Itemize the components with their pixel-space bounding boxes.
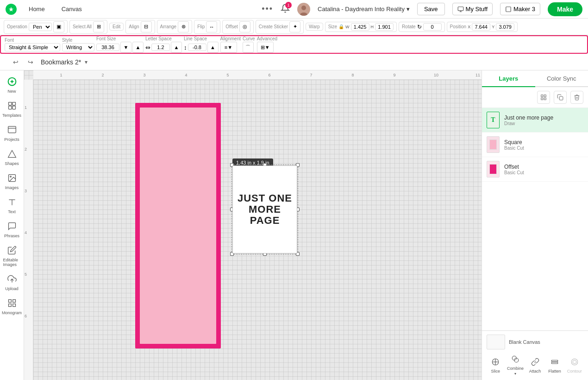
slice-tool[interactable]: Slice — [487, 358, 504, 374]
notification-button[interactable]: 1 — [281, 4, 290, 14]
sidebar-item-monogram-label: Monogram — [2, 310, 22, 315]
text-element[interactable]: JUST ONEMOREPAGE — [232, 165, 297, 253]
align-btn[interactable]: ⊟ — [141, 21, 152, 32]
create-sticker-group: Create Sticker ✦ — [256, 20, 304, 34]
arrange-btn[interactable]: ⊛ — [178, 21, 189, 32]
alignment-btn[interactable]: ≡▼ — [220, 42, 237, 53]
slice-label: Slice — [491, 369, 500, 374]
layer-item-square[interactable]: Square Basic Cut — [482, 133, 588, 157]
size-w-input[interactable] — [351, 23, 369, 31]
duplicate-layers-btn[interactable] — [554, 91, 567, 104]
contour-label: Contour — [567, 369, 582, 374]
lock-icon[interactable]: 🔒 — [338, 24, 344, 29]
font-size-down[interactable]: ▼ — [120, 42, 131, 53]
advanced-btn[interactable]: ⊞▼ — [257, 42, 274, 53]
images-icon — [7, 173, 17, 184]
more-options-button[interactable]: ••• — [262, 4, 273, 14]
select-all-group: Select All ⊞ — [69, 20, 107, 34]
sidebar-item-templates-label: Templates — [2, 113, 21, 118]
ruler-mark-9: 9 — [393, 73, 395, 77]
make-button[interactable]: Make — [548, 2, 582, 16]
combine-tool[interactable]: Combine ▾ — [507, 355, 524, 376]
monogram-icon — [7, 298, 17, 309]
group-layers-btn[interactable] — [537, 91, 550, 104]
right-panel: Layers Color Sync T Just — [482, 70, 588, 380]
canvas-tab[interactable]: Canvas — [57, 4, 87, 14]
delete-layers-btn[interactable] — [570, 91, 583, 104]
sidebar-item-templates[interactable]: Templates — [1, 98, 23, 120]
create-sticker-label: Create Sticker — [259, 24, 288, 29]
offset-btn[interactable]: ◎ — [239, 21, 250, 32]
sidebar-item-upload[interactable]: Upload — [1, 272, 23, 294]
sidebar-item-text[interactable]: Text — [1, 195, 23, 217]
letter-space-up[interactable]: ▲ — [171, 42, 182, 53]
pos-y-label: Y — [492, 25, 494, 29]
attach-tool[interactable]: Attach — [527, 358, 544, 374]
curve-btn[interactable]: ⌒ — [243, 42, 254, 53]
tab-layers[interactable]: Layers — [482, 70, 535, 87]
home-tab[interactable]: Home — [24, 4, 50, 14]
arrange-label: Arrange — [160, 24, 177, 29]
sidebar-item-phrases-label: Phrases — [4, 234, 19, 238]
select-all-btn[interactable]: ⊞ — [93, 21, 104, 32]
operation-select[interactable]: Pen — [29, 23, 52, 31]
user-name[interactable]: Catalina - Daydream Into Reality ▾ — [318, 6, 410, 13]
bookmark-outer[interactable] — [135, 103, 221, 348]
sticker-btn[interactable]: ✦ — [289, 21, 300, 32]
flip-group: Flip ↔ — [194, 20, 220, 34]
size-h-input[interactable] — [375, 23, 394, 31]
sidebar-item-phrases[interactable]: Phrases — [1, 219, 23, 241]
font-select[interactable]: Straight & Simple — [5, 43, 60, 51]
line-space-input[interactable] — [188, 44, 206, 51]
svg-rect-12 — [8, 127, 16, 133]
bookmark-inner — [140, 108, 216, 344]
sidebar-item-monogram[interactable]: Monogram — [1, 296, 23, 318]
pos-y-input[interactable] — [496, 23, 514, 31]
font-size-input[interactable] — [96, 44, 119, 51]
rotate-input[interactable] — [423, 23, 442, 31]
flatten-tool[interactable]: Flatten — [546, 358, 563, 374]
offset-label: Offset — [225, 24, 238, 29]
size-w-label: W — [345, 25, 350, 29]
pos-x-input[interactable] — [472, 23, 490, 31]
sidebar-item-shapes[interactable]: Shapes — [1, 146, 23, 169]
sidebar-item-new[interactable]: New — [1, 74, 23, 96]
canvas-area[interactable]: 1 2 3 4 5 6 7 8 9 10 11 1 2 3 4 5 6 — [24, 70, 482, 380]
letter-space-input[interactable] — [151, 44, 170, 51]
ruler-mark-v2: 2 — [25, 147, 27, 152]
operation-icon-btn[interactable]: ▣ — [53, 21, 64, 32]
undo-button[interactable]: ↩ — [9, 56, 22, 69]
sidebar-item-editable-images[interactable]: Editable Images — [1, 243, 23, 270]
doc-title-chevron[interactable]: ▾ — [85, 59, 88, 65]
layer-type-text: Draw — [504, 121, 583, 126]
svg-rect-21 — [13, 300, 15, 303]
save-button[interactable]: Save — [417, 3, 445, 15]
svg-point-43 — [573, 360, 576, 364]
sidebar-item-images-label: Images — [5, 185, 19, 190]
layer-item-offset[interactable]: Offset Basic Cut — [482, 157, 588, 182]
svg-rect-20 — [8, 300, 11, 303]
style-select[interactable]: Writing — [62, 43, 94, 51]
main-layout: New Templates Projects Shapes Images — [0, 70, 588, 380]
font-label: Font — [5, 38, 60, 43]
layer-item-text[interactable]: T Just one more page Draw — [482, 108, 588, 133]
blank-canvas-label: Blank Canvas — [509, 339, 540, 345]
my-stuff-button[interactable]: My Stuff — [452, 3, 493, 15]
font-size-up[interactable]: ▲ — [132, 42, 144, 53]
size-group: Size 🔒 W H — [325, 22, 397, 32]
maker3-button[interactable]: Maker 3 — [500, 3, 540, 15]
sidebar-item-projects[interactable]: Projects — [1, 122, 23, 145]
warp-group: Warp — [306, 23, 323, 31]
flip-btn[interactable]: ↔ — [206, 21, 217, 32]
sidebar-item-images[interactable]: Images — [1, 171, 23, 193]
templates-icon — [7, 101, 17, 112]
layer-info-square: Square Basic Cut — [504, 139, 583, 151]
redo-button[interactable]: ↪ — [24, 56, 37, 69]
style-group: Style Writing — [62, 38, 94, 51]
ruler-mark-v3: 3 — [25, 189, 27, 193]
left-sidebar: New Templates Projects Shapes Images — [0, 70, 24, 380]
sidebar-item-new-label: New — [7, 89, 16, 94]
tab-color-sync[interactable]: Color Sync — [535, 70, 588, 87]
line-space-up[interactable]: ▲ — [207, 42, 219, 53]
rotate-icon: ↻ — [417, 24, 422, 30]
